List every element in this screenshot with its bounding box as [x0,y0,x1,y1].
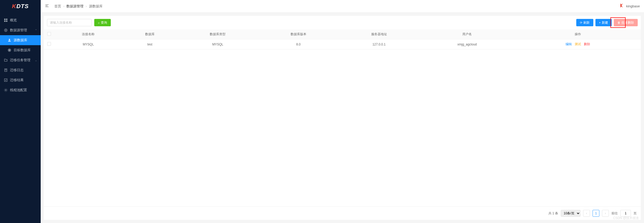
refresh-button[interactable]: ⟳ 刷新 [576,19,593,26]
content-area: ⌕ 查询 ⟳ 刷新 + 新建 🗑 [41,13,644,223]
search-icon: ⌕ [98,21,100,24]
cell-actions: 编辑 测试 删除 [515,39,641,49]
toolbar-right: ⟳ 刷新 + 新建 🗑 批量删除 [576,19,638,26]
header-right: kingbase [619,3,640,9]
sidebar: KDTS 概览 数据源管理 ⌃ 源数据库 目标数据库 迁移任务管理 [0,0,41,223]
button-label: 查询 [101,20,107,25]
header: 首页 › 数据源管理 › 源数据库 kingbase [41,0,644,13]
sidebar-nav: 概览 数据源管理 ⌃ 源数据库 目标数据库 迁移任务管理 ⌄ [0,15,41,95]
breadcrumb-separator: › [86,4,87,8]
sidebar-item-overview[interactable]: 概览 [0,15,41,25]
sidebar-item-label: 目标数据库 [14,48,31,53]
sidebar-item-migration-logs[interactable]: 迁移日志 [0,65,41,75]
sidebar-item-migration-tasks[interactable]: 迁移任务管理 ⌄ [0,55,41,65]
sidebar-item-label: 迁移任务管理 [10,58,30,63]
refresh-icon: ⟳ [580,21,582,24]
datasource-icon [4,28,8,32]
svg-point-5 [5,30,6,31]
page-label: 页 [633,211,637,216]
col-db-version: 数据库版本 [258,29,339,39]
next-page-button[interactable]: › [602,210,609,217]
toolbar: ⌕ 查询 ⟳ 刷新 + 新建 🗑 [44,16,641,29]
chevron-down-icon: ⌄ [35,59,37,62]
button-label: 批量删除 [621,20,634,25]
cell-server: 127.0.0.1 [339,39,419,49]
goto-label: 前往 [611,211,618,216]
sidebar-item-target-db[interactable]: 目标数据库 [0,45,41,55]
plus-icon: + [599,21,601,24]
log-icon [4,68,8,72]
svg-rect-2 [4,20,6,22]
button-label: 刷新 [583,20,590,25]
data-card: ⌕ 查询 ⟳ 刷新 + 新建 🗑 [44,16,641,220]
cell-db-version: 8.0 [258,39,339,49]
breadcrumb-item[interactable]: 首页 [54,4,61,9]
svg-rect-3 [6,20,7,22]
main-content: 首页 › 数据源管理 › 源数据库 kingbase ⌕ 查询 [41,0,644,223]
pagination-total: 共 1 条 [548,211,558,216]
select-all-checkbox[interactable] [47,32,51,36]
trash-icon: 🗑 [617,21,620,24]
logo-dts: DTS [16,3,29,10]
cell-db-type: MYSQL [177,39,258,49]
page-size-select[interactable]: 10条/页 [561,210,580,217]
goto-page-input[interactable] [620,210,631,217]
brand-name: kingbase [626,4,640,8]
sidebar-item-label: 迁移结果 [10,78,24,82]
cell-database: test [122,39,177,49]
prev-page-button[interactable]: ‹ [583,210,590,217]
sidebar-item-label: 源数据库 [14,38,27,43]
breadcrumb-separator: › [63,4,64,8]
col-username: 用户名 [419,29,515,39]
edit-link[interactable]: 编辑 [566,42,572,46]
logo-k: K [12,3,17,10]
button-label: 新建 [602,20,608,25]
breadcrumb-item[interactable]: 数据源管理 [66,4,83,9]
sidebar-item-datasource[interactable]: 数据源管理 ⌃ [0,25,41,35]
data-table: 连接名称 数据库 数据库类型 数据库版本 服务器地址 用户名 操作 MYSQL [44,29,641,49]
svg-point-6 [9,39,10,40]
new-button[interactable]: + 新建 [595,19,612,26]
row-checkbox[interactable] [47,42,51,46]
cell-conn-name: MYSQL [54,39,122,49]
sidebar-item-source-db[interactable]: 源数据库 [0,35,41,45]
sidebar-item-migration-results[interactable]: 迁移结果 [0,75,41,85]
sidebar-item-label: 概览 [10,18,17,23]
col-db-type: 数据库类型 [177,29,258,39]
menu-toggle-icon[interactable] [45,4,49,9]
col-conn-name: 连接名称 [54,29,122,39]
col-actions: 操作 [515,29,641,39]
svg-point-8 [9,49,10,51]
chevron-up-icon: ⌃ [35,29,37,32]
target-icon [7,48,12,52]
query-button[interactable]: ⌕ 查询 [94,19,111,26]
svg-rect-1 [6,19,7,20]
svg-point-4 [4,29,7,32]
user-icon [7,38,12,42]
grid-icon [4,18,8,22]
app-logo: KDTS [0,0,41,13]
header-checkbox-cell [44,29,54,39]
sidebar-item-threadpool[interactable]: 线程池配置 [0,85,41,95]
cell-username: xmjg_agcloud [419,39,515,49]
breadcrumb: 首页 › 数据源管理 › 源数据库 [54,4,103,9]
sidebar-item-label: 迁移日志 [10,68,24,72]
result-icon [4,78,8,82]
svg-rect-0 [4,19,6,20]
delete-link[interactable]: 删除 [584,42,590,46]
page-number-button[interactable]: 1 [593,210,599,217]
sidebar-item-label: 线程池配置 [10,88,27,92]
col-server: 服务器地址 [339,29,419,39]
breadcrumb-item: 源数据库 [89,4,103,9]
svg-point-13 [5,90,6,91]
table-row: MYSQL test MYSQL 8.0 127.0.0.1 xmjg_agcl… [44,39,641,49]
settings-icon [4,88,8,92]
pagination: 共 1 条 10条/页 ‹ 1 › 前往 页 [44,206,641,220]
test-link[interactable]: 测试 [575,42,581,46]
folder-icon [4,58,8,62]
batch-delete-button[interactable]: 🗑 批量删除 [614,19,638,26]
search-input[interactable] [47,19,92,26]
sidebar-item-label: 数据源管理 [10,28,27,33]
brand-logo-icon [619,3,625,9]
col-database: 数据库 [122,29,177,39]
